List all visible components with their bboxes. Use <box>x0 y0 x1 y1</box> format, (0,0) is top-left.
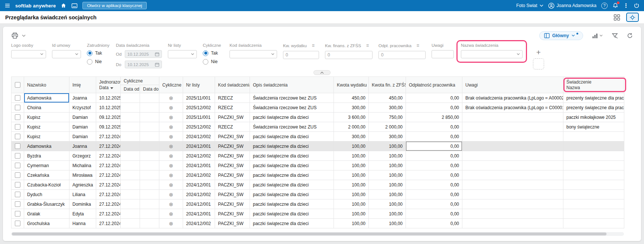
cell-data_do[interactable] <box>140 151 159 161</box>
cell-nazwisko[interactable]: Gralak <box>24 209 69 219</box>
cell-opis[interactable]: paczki świąteczne dla dzieci <box>250 190 334 199</box>
cell-kod[interactable]: PACZKI_SW <box>215 161 250 170</box>
col-header-odplatnosc[interactable]: Odpłatność pracownika <box>406 77 462 93</box>
cell-data_od[interactable] <box>121 161 140 170</box>
cell-data_do[interactable] <box>140 219 159 228</box>
cyclic-cancel-icon[interactable]: ⊗ <box>159 161 183 170</box>
cell-nazwisko[interactable]: Choina <box>24 103 69 113</box>
odpl-pracownika-input[interactable]: 0 <box>378 51 426 59</box>
cell-data_od[interactable] <box>121 199 140 209</box>
cell-nazwisko[interactable]: Adamowska <box>24 93 69 103</box>
cell-data_od[interactable] <box>121 93 140 103</box>
col-header-uwagi[interactable]: Uwagi <box>462 77 563 93</box>
cell-opis[interactable]: paczki świąteczne dla dzieci <box>250 132 334 141</box>
row-checkbox[interactable] <box>12 103 24 113</box>
kw-finans-input[interactable]: 0 <box>325 51 373 59</box>
col-header-jednorazowe-data[interactable]: Jednorazow Data <box>96 77 121 93</box>
cell-nazwa[interactable]: prezenty świąteczne dla praco <box>563 103 624 113</box>
cell-opis[interactable]: paczki świąteczne dla dzieci <box>250 170 334 180</box>
cell-odplatnosc[interactable]: 0,00 <box>406 209 462 219</box>
cell-data_do[interactable] <box>140 113 159 122</box>
cell-fin[interactable]: 100,00 <box>369 141 406 151</box>
cell-opis[interactable]: Świadczenia rzeczowe bez ZUS <box>250 103 334 113</box>
cell-uwagi[interactable] <box>462 161 563 170</box>
cell-uwagi[interactable] <box>462 209 563 219</box>
row-checkbox[interactable] <box>12 190 24 199</box>
kod-swiadczenia-select[interactable] <box>230 50 277 58</box>
add-filter-button[interactable]: + <box>536 49 541 56</box>
cell-fin[interactable]: 300,00 <box>369 103 406 113</box>
cell-fin[interactable]: 100,00 <box>369 151 406 161</box>
cell-imie[interactable]: Edyta <box>69 209 96 219</box>
cell-opis[interactable]: paczki świąteczne dla dzieci <box>250 209 334 219</box>
col-header-kwota-fin[interactable]: Kwota fin. z ZFŚS <box>369 77 406 93</box>
refresh-icon[interactable] <box>627 33 633 39</box>
cell-opis[interactable]: paczki świąteczne dla dzieci <box>250 161 334 170</box>
cell-data_do[interactable] <box>140 209 159 219</box>
row-checkbox[interactable] <box>12 141 24 151</box>
cell-data_od[interactable] <box>121 122 140 132</box>
select-all-checkbox[interactable] <box>12 77 24 93</box>
data-do-input[interactable]: 10.12.2025 <box>125 61 162 68</box>
cell-wydatek[interactable]: 450,00 <box>334 93 369 103</box>
cell-opis[interactable]: Świadczenia rzeczowe bez ZUS <box>250 93 334 103</box>
table-row[interactable]: Czubacka-KoziołAgnieszka27.12.2024⊗2024/… <box>12 180 624 190</box>
cell-wydatek[interactable]: 100,00 <box>334 190 369 199</box>
cell-nazwa[interactable] <box>563 219 624 228</box>
row-checkbox[interactable] <box>12 93 24 103</box>
col-header-imie[interactable]: Imię <box>69 77 96 93</box>
cell-data[interactable]: 27.12.2024 <box>96 151 121 161</box>
view-selector-button[interactable]: Główny <box>539 31 583 40</box>
cell-kod[interactable]: PACZKI_SW <box>215 199 250 209</box>
cell-nazwa[interactable] <box>563 170 624 180</box>
cell-wydatek[interactable]: 100,00 <box>334 180 369 190</box>
app-window-icon[interactable] <box>71 3 78 9</box>
cyclic-cancel-icon[interactable]: ⊗ <box>159 141 183 151</box>
cell-uwagi[interactable] <box>462 113 563 122</box>
table-row[interactable]: AdamowskaJoanna10.12.2025⊗2025/11/001RZE… <box>12 93 624 103</box>
table-row[interactable]: DyduchLiliana27.12.2024⊗2024/12/002PACZK… <box>12 190 624 199</box>
cell-imie[interactable]: Damian <box>69 132 96 141</box>
cell-wydatek[interactable]: 300,00 <box>334 103 369 113</box>
zatrudniony-nie-radio[interactable]: Nie <box>87 59 110 65</box>
cell-uwagi[interactable] <box>462 141 563 151</box>
cell-nazwa[interactable] <box>563 209 624 219</box>
user-menu[interactable]: Joanna Adamowska <box>548 3 596 9</box>
collapse-filter-panel-button[interactable] <box>313 70 331 75</box>
cell-nr_listy[interactable]: 2025/12/002 <box>183 122 215 132</box>
cell-nazwisko[interactable]: Byzdra <box>24 151 69 161</box>
cell-kod[interactable]: RZECZ <box>215 103 250 113</box>
cell-uwagi[interactable] <box>462 190 563 199</box>
cell-wydatek[interactable]: 300,00 <box>334 132 369 141</box>
col-header-data-od[interactable]: Data od <box>121 85 140 93</box>
cell-nr_listy[interactable]: 2024/12/001 <box>183 180 215 190</box>
cell-opis[interactable]: paczki świąteczne dla dzieci <box>250 180 334 190</box>
cell-wydatek[interactable]: 2 000,00 <box>334 122 369 132</box>
cell-odplatnosc[interactable]: 0,00 <box>406 199 462 209</box>
cell-data[interactable]: 27.12.2024 <box>96 141 121 151</box>
cyclic-cancel-icon[interactable]: ⊗ <box>159 219 183 228</box>
cykliczne-tak-radio[interactable]: Tak <box>203 50 224 56</box>
cell-opis[interactable]: paczki świąteczne dla dzieci <box>250 113 334 122</box>
cell-nazwa[interactable] <box>563 132 624 141</box>
cell-imie[interactable]: Dominika <box>69 199 96 209</box>
col-header-nr-listy[interactable]: Nr listy <box>183 77 215 93</box>
cell-nr_listy[interactable]: 2024/12/002 <box>183 219 215 228</box>
print-menu[interactable] <box>11 32 26 39</box>
cell-data[interactable]: 27.12.2024 <box>96 190 121 199</box>
chart-menu[interactable] <box>592 33 603 39</box>
nr-listy-select[interactable] <box>168 50 197 58</box>
cell-odplatnosc[interactable]: 0,00 <box>406 190 462 199</box>
cell-nazwisko[interactable]: Kupisz <box>24 113 69 122</box>
table-row[interactable]: ChoinaKrzysztof10.12.2025⊗2025/12/002RZE… <box>12 103 624 113</box>
col-header-swiadczenie-nazwa[interactable]: Świadczenie Nazwa <box>563 77 624 93</box>
cell-imie[interactable]: Damian <box>69 122 96 132</box>
cell-kod[interactable]: RZECZ <box>215 93 250 103</box>
cykliczne-nie-radio[interactable]: Nie <box>203 59 224 65</box>
cell-kod[interactable]: PACZKI_SW <box>215 132 250 141</box>
cell-nr_listy[interactable]: 2025/12/002 <box>183 103 215 113</box>
cell-nazwisko[interactable]: Czubacka-Kozioł <box>24 180 69 190</box>
menu-icon[interactable] <box>4 3 10 9</box>
table-row[interactable]: Grabka-ŚlusarczykDominika27.12.2024⊗2024… <box>12 199 624 209</box>
table-row[interactable]: AdamowskaJoanna27.12.2024⊗2024/12/001PAC… <box>12 141 624 151</box>
